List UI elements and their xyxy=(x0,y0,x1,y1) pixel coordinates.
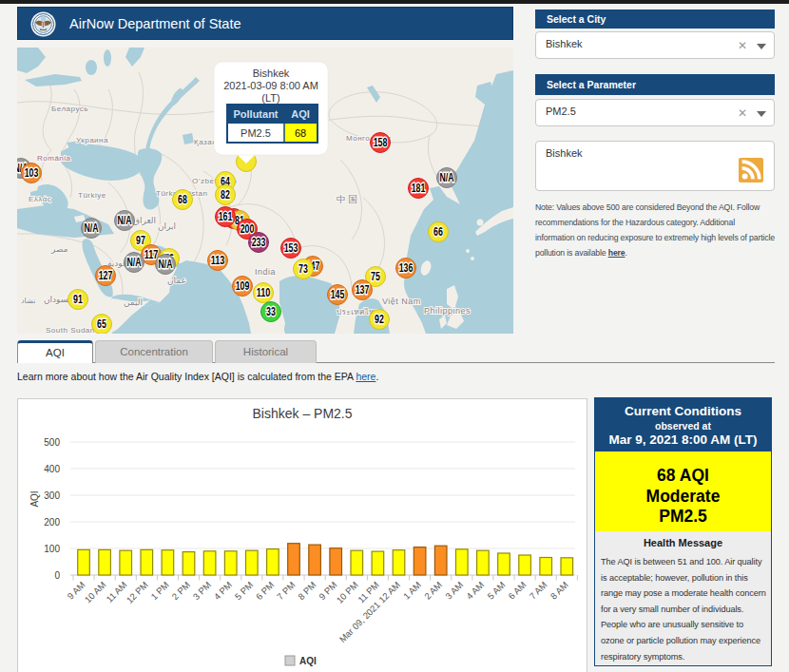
svg-text:109: 109 xyxy=(236,278,250,293)
svg-text:5 PM: 5 PM xyxy=(233,580,256,603)
svg-text:6 PM: 6 PM xyxy=(254,580,277,603)
svg-text:233: 233 xyxy=(252,235,266,249)
svg-text:العراق: العراق xyxy=(133,216,156,225)
svg-text:AQI: AQI xyxy=(291,108,310,120)
svg-text:117: 117 xyxy=(144,247,159,261)
svg-text:N/A: N/A xyxy=(85,221,99,235)
svg-text:România: România xyxy=(37,154,71,163)
svg-text:500: 500 xyxy=(44,437,60,448)
svg-text:Việt Nam: Việt Nam xyxy=(382,297,421,306)
svg-text:Bishkek – PM2.5: Bishkek – PM2.5 xyxy=(252,406,352,421)
svg-text:Türkiye: Türkiye xyxy=(78,191,106,200)
svg-text:200: 200 xyxy=(44,517,60,528)
svg-text:200: 200 xyxy=(241,221,255,236)
svg-text:33: 33 xyxy=(266,304,276,318)
svg-text:145: 145 xyxy=(331,287,345,301)
svg-text:8 PM: 8 PM xyxy=(296,580,318,603)
svg-text:113: 113 xyxy=(211,253,225,267)
svg-text:137: 137 xyxy=(356,282,370,297)
svg-text:2 PM: 2 PM xyxy=(169,580,192,603)
svg-text:400: 400 xyxy=(44,464,60,474)
svg-text:91: 91 xyxy=(73,292,83,306)
svg-text:136: 136 xyxy=(399,260,414,275)
svg-text:2021-03-09 8:00 AM: 2021-03-09 8:00 AM xyxy=(223,80,318,91)
svg-text:127: 127 xyxy=(99,268,113,282)
svg-text:7 PM: 7 PM xyxy=(275,580,298,603)
svg-text:مصر: مصر xyxy=(50,244,68,254)
svg-text:6 AM: 6 AM xyxy=(506,580,528,602)
svg-text:Беларусь: Беларусь xyxy=(51,105,88,113)
svg-text:1 PM: 1 PM xyxy=(148,580,171,603)
svg-text:AQI: AQI xyxy=(29,490,40,507)
svg-text:66: 66 xyxy=(433,224,443,239)
svg-text:4 PM: 4 PM xyxy=(212,580,235,603)
svg-text:South Sudan: South Sudan xyxy=(46,326,95,334)
svg-text:68: 68 xyxy=(295,127,306,139)
svg-text:اليمن: اليمن xyxy=(124,298,143,307)
svg-text:100: 100 xyxy=(44,544,60,554)
svg-text:161: 161 xyxy=(219,209,233,223)
svg-text:Bishkek: Bishkek xyxy=(253,67,290,79)
svg-text:N/A: N/A xyxy=(159,257,173,271)
svg-text:1 AM: 1 AM xyxy=(401,580,423,602)
svg-text:103: 103 xyxy=(25,165,39,180)
svg-text:153: 153 xyxy=(284,240,298,255)
svg-text:82: 82 xyxy=(221,187,230,202)
svg-text:97: 97 xyxy=(136,233,145,247)
svg-text:65: 65 xyxy=(97,317,106,331)
svg-text:AQI: AQI xyxy=(299,656,317,666)
svg-text:Украина: Украина xyxy=(76,136,108,144)
svg-text:5 AM: 5 AM xyxy=(485,580,507,602)
svg-text:Ελλάς: Ελλάς xyxy=(29,195,51,203)
svg-text:12 PM: 12 PM xyxy=(125,580,150,605)
svg-text:68: 68 xyxy=(178,192,187,206)
svg-text:158: 158 xyxy=(374,135,388,149)
svg-text:0: 0 xyxy=(54,570,60,581)
svg-text:中国: 中国 xyxy=(337,194,359,204)
svg-text:3 AM: 3 AM xyxy=(443,580,465,602)
svg-text:2 AM: 2 AM xyxy=(422,580,444,602)
svg-text:11 AM: 11 AM xyxy=(104,580,128,605)
svg-text:300: 300 xyxy=(44,490,60,501)
svg-text:3 PM: 3 PM xyxy=(191,580,214,603)
svg-text:N/A: N/A xyxy=(440,170,454,184)
svg-text:73: 73 xyxy=(298,261,308,276)
svg-text:PM2.5: PM2.5 xyxy=(241,127,271,139)
svg-text:181: 181 xyxy=(412,181,426,195)
svg-text:تشاد: تشاد xyxy=(21,297,35,305)
svg-text:4 AM: 4 AM xyxy=(464,580,486,602)
svg-text:10 PM: 10 PM xyxy=(335,580,360,605)
svg-text:7 AM: 7 AM xyxy=(528,580,549,602)
svg-text:75: 75 xyxy=(371,269,380,283)
svg-text:N/A: N/A xyxy=(118,213,132,227)
svg-text:110: 110 xyxy=(257,285,271,299)
svg-text:Philippines: Philippines xyxy=(424,306,471,316)
svg-text:N/A: N/A xyxy=(127,255,142,269)
svg-text:Pollutant: Pollutant xyxy=(233,108,278,120)
svg-text:عمان: عمان xyxy=(167,276,186,285)
svg-text:ايران: ايران xyxy=(158,221,176,231)
svg-text:8 AM: 8 AM xyxy=(548,580,570,602)
svg-text:India: India xyxy=(255,267,276,277)
svg-text:10 AM: 10 AM xyxy=(83,580,108,605)
svg-text:92: 92 xyxy=(375,312,384,326)
svg-text:(LT): (LT) xyxy=(261,92,279,104)
